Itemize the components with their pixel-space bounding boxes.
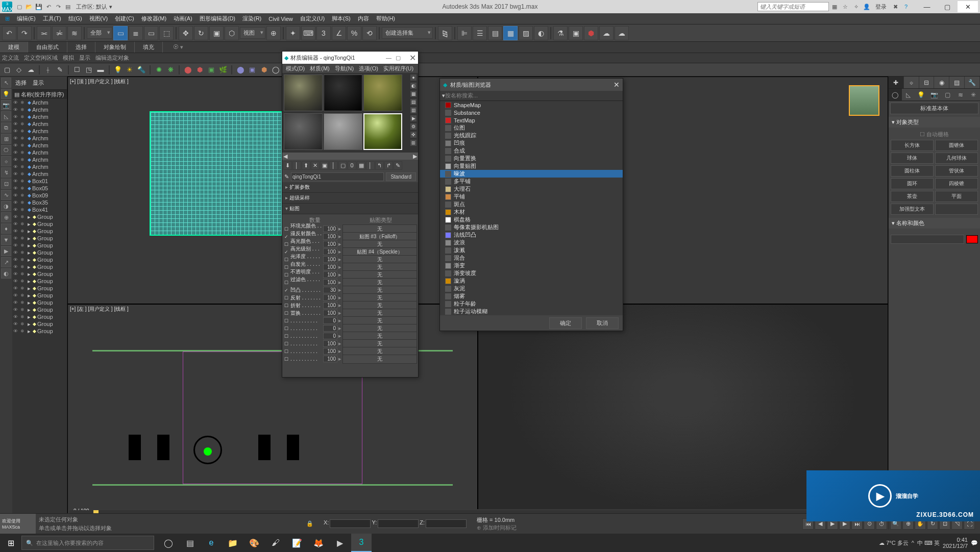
y-coord-input[interactable] <box>378 519 419 528</box>
select-object-button[interactable]: ▭ <box>113 26 128 40</box>
selection-filter[interactable]: 全部 <box>87 27 112 39</box>
browser-item[interactable]: 多平铺 <box>440 178 623 185</box>
favorite-icon[interactable]: ☆ <box>841 3 849 11</box>
material-slot-1[interactable] <box>284 74 323 111</box>
put-to-lib-icon[interactable]: ▢ <box>338 161 347 170</box>
sphere-icon[interactable]: ⬤ <box>235 65 246 75</box>
scene-list[interactable]: 👁❄◆Archm👁❄◆Archm👁❄◆Archm👁❄◆Archm👁❄◆Archm… <box>12 99 67 532</box>
scene-item[interactable]: 👁❄▸◆Group <box>12 306 67 313</box>
make-copy-icon[interactable]: ▣ <box>320 161 329 170</box>
f-rail-icon[interactable]: ⊕ <box>1 212 11 222</box>
redo-button[interactable]: ↷ <box>17 26 32 40</box>
window-crossing-button[interactable]: ⬚ <box>159 26 174 40</box>
keyboard-shortcut-button[interactable]: ⌨ <box>301 26 315 40</box>
measure-dist-icon[interactable]: ⟊ <box>43 65 53 75</box>
map-amount-input[interactable]: 100 <box>323 264 337 270</box>
workspace-selector[interactable]: 工作区: 默认 ▾ <box>76 3 112 11</box>
browser-search-input[interactable]: 按名称搜索... <box>440 91 623 101</box>
map-checkbox[interactable]: ☐ <box>283 318 289 323</box>
sun-icon[interactable]: ☀ <box>125 65 135 75</box>
scene-item[interactable]: 👁❄◆Archm <box>12 106 67 113</box>
rollout-supersampling[interactable]: 超级采样 <box>282 193 418 204</box>
material-slot-2[interactable] <box>324 74 362 111</box>
scene-item[interactable]: 👁❄◆Box01 <box>12 178 67 185</box>
spinner-snap-button[interactable]: ⟲ <box>362 26 377 40</box>
link-button[interactable]: ⫘ <box>37 26 51 40</box>
create-button[interactable]: 圆柱体 <box>891 165 934 177</box>
browser-item[interactable]: 棋盘格 <box>440 216 623 223</box>
scene-item[interactable]: 👁❄◆Archm <box>12 163 67 170</box>
new-icon[interactable]: ▢ <box>15 3 23 11</box>
browser-item[interactable]: ShapeMap <box>440 101 623 109</box>
lock-selection-icon[interactable]: 🔒 <box>306 520 313 527</box>
ribbon-panel-idle[interactable]: 定义空闲区域 <box>24 54 58 62</box>
browser-item[interactable]: 粒子年龄 <box>440 300 623 308</box>
manipulate-button[interactable]: ✦ <box>286 26 300 40</box>
bind-spacewarp-button[interactable]: ≋ <box>67 26 82 40</box>
redo-icon[interactable]: ↷ <box>54 3 62 11</box>
ribbon-panel-edit[interactable]: 编辑选定对象 <box>95 54 129 62</box>
pick-icon[interactable]: ✎ <box>394 161 402 170</box>
menu-group[interactable]: 组(G) <box>65 14 85 23</box>
mirror-button[interactable]: ⧎ <box>438 26 452 40</box>
named-selection-sets[interactable]: 创建选择集 <box>382 27 433 39</box>
mat-close-button[interactable]: ✕ <box>409 53 416 63</box>
background-icon[interactable]: ▦ <box>410 90 417 97</box>
scene-item[interactable]: 👁❄▸◆Group <box>12 292 67 299</box>
layer-button[interactable]: ☰ <box>473 26 487 40</box>
align-button[interactable]: ⊫ <box>457 26 472 40</box>
map-checkbox[interactable]: ✓ <box>283 288 289 293</box>
scene-item[interactable]: 👁❄▸◆Group <box>12 220 67 228</box>
hierarchy-tab[interactable]: ⊟ <box>919 77 935 88</box>
scene-tab-display[interactable]: 显示 <box>33 79 44 87</box>
box-gizmo-icon[interactable]: ▣ <box>206 65 216 75</box>
ime-indicator[interactable]: 中 ⌨ 英 <box>917 539 940 547</box>
material-slot-5[interactable] <box>324 113 362 150</box>
scene-item[interactable]: 👁❄◆Box05 <box>12 185 67 192</box>
go-forward-icon[interactable]: ↱ <box>384 161 393 170</box>
maximize-button[interactable]: ▢ <box>937 1 958 12</box>
schematic-view-button[interactable]: ▨ <box>519 26 533 40</box>
browser-item[interactable]: 烟雾 <box>440 292 623 300</box>
spotlight-icon[interactable]: 🔦 <box>136 65 146 75</box>
browser-item[interactable]: 每像素摄影机贴图 <box>440 223 623 231</box>
project-icon[interactable]: ▤ <box>64 3 72 11</box>
map-amount-input[interactable]: 100 <box>323 340 337 347</box>
browser-list[interactable]: ShapeMapSubstanceTextMap位图光线跟踪凹痕合成向量置换向量… <box>440 101 623 315</box>
menu-modifiers[interactable]: 修改器(M) <box>138 14 170 23</box>
e-rail-icon[interactable]: ◑ <box>1 201 11 211</box>
container-icon[interactable]: ▢ <box>2 65 12 75</box>
helper-icon[interactable]: ◳ <box>84 65 94 75</box>
put-to-scene-icon[interactable]: │ <box>292 161 301 170</box>
percent-snap-button[interactable]: % <box>347 26 361 40</box>
k-rail-icon[interactable]: ◐ <box>1 268 11 279</box>
angle-snap-button[interactable]: ∠ <box>332 26 346 40</box>
edge-app[interactable]: e <box>201 534 222 552</box>
save-icon[interactable]: 💾 <box>35 3 43 11</box>
c-rail-icon[interactable]: ⊡ <box>1 179 11 189</box>
arrow-icon[interactable]: ↖ <box>1 78 11 88</box>
unlink-button[interactable]: ⫘̸ <box>52 26 66 40</box>
map-checkbox[interactable]: ☐ <box>283 257 289 262</box>
map-amount-input[interactable]: 100 <box>323 271 337 278</box>
menu-content[interactable]: 内容 <box>355 14 372 23</box>
motion-tab[interactable]: ◉ <box>934 77 949 88</box>
object-color-swatch[interactable] <box>966 235 978 243</box>
browser-item[interactable]: 泼溅 <box>440 246 623 254</box>
browser-ok-button[interactable]: 确定 <box>549 317 582 329</box>
browser-item[interactable]: 大理石 <box>440 185 623 193</box>
object-type-rollout[interactable]: 对象类型 <box>889 117 980 128</box>
object-name-input[interactable] <box>891 235 964 244</box>
line-icon[interactable]: ▬ <box>95 65 106 75</box>
map-checkbox[interactable]: ☐ <box>283 357 289 362</box>
color-clip-icon[interactable]: ✎ <box>55 65 65 75</box>
scene-tab-select[interactable]: 选择 <box>15 79 27 87</box>
rollout-maps[interactable]: 贴图 <box>282 204 418 214</box>
mat-max-button[interactable]: ▢ <box>396 55 401 61</box>
placement-button[interactable]: ⬡ <box>225 26 239 40</box>
scene-item[interactable]: 👁❄▸◆Group <box>12 270 67 278</box>
scene-item[interactable]: 👁❄◆Archm <box>12 135 67 142</box>
curve-editor-button[interactable]: ▦ <box>503 26 518 40</box>
sign-in-link[interactable]: 登录 <box>875 3 887 11</box>
material-name-input[interactable] <box>291 172 384 181</box>
